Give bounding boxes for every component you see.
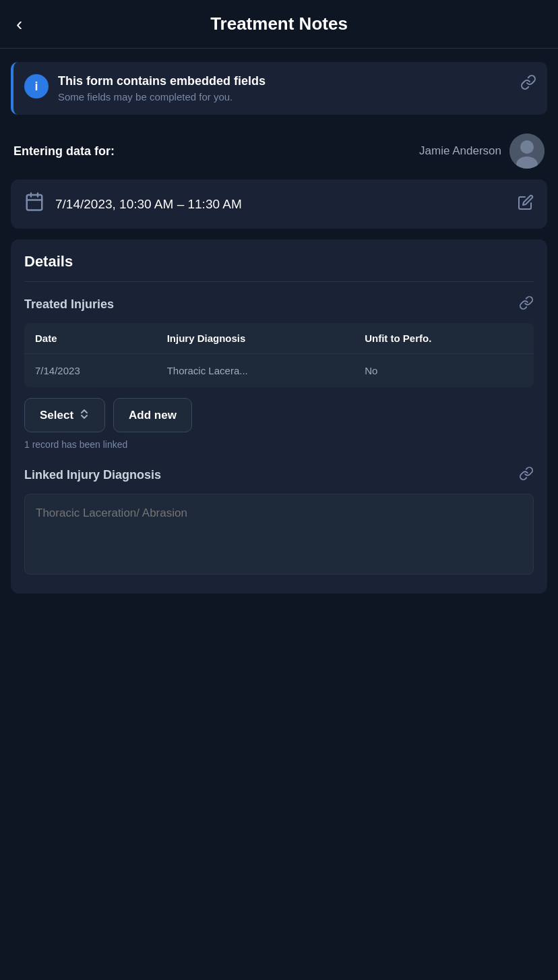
row-diagnosis: Thoracic Lacera... — [167, 365, 365, 376]
svg-point-1 — [520, 140, 534, 154]
banner-subtitle: Some fields may be completed for you. — [58, 91, 511, 103]
avatar — [509, 134, 545, 169]
back-button[interactable]: ‹ — [16, 13, 22, 35]
treated-injuries-header: Treated Injuries — [24, 295, 534, 314]
details-card: Details Treated Injuries Date Injury Dia… — [11, 239, 547, 594]
datetime-value: 7/14/2023, 10:30 AM – 11:30 AM — [55, 197, 242, 212]
add-new-label: Add new — [129, 409, 177, 422]
treated-injuries-link-icon[interactable] — [519, 295, 534, 314]
user-name: Jamie Anderson — [419, 144, 501, 158]
user-info: Jamie Anderson — [419, 134, 545, 169]
linked-injury-link-icon[interactable] — [519, 466, 534, 484]
table-header-row: Date Injury Diagnosis Unfit to Perfo. — [24, 323, 534, 354]
banner-text-content: This form contains embedded fields Some … — [58, 74, 511, 103]
injuries-table: Date Injury Diagnosis Unfit to Perfo. 7/… — [24, 323, 534, 387]
banner-title: This form contains embedded fields — [58, 74, 511, 88]
section-divider — [24, 281, 534, 282]
col-unfit: Unfit to Perfo. — [365, 333, 523, 344]
add-new-button[interactable]: Add new — [113, 398, 192, 432]
linked-injury-section: Linked Injury Diagnosis — [24, 466, 534, 577]
edit-datetime-icon[interactable] — [518, 194, 534, 214]
info-icon: i — [24, 74, 49, 98]
details-title: Details — [24, 253, 534, 270]
linked-injury-label: Linked Injury Diagnosis — [24, 468, 161, 482]
row-unfit: No — [365, 365, 523, 376]
page-header: ‹ Treatment Notes — [0, 0, 558, 49]
select-button-label: Select — [40, 409, 73, 422]
datetime-card: 7/14/2023, 10:30 AM – 11:30 AM — [11, 179, 547, 229]
record-linked-text: 1 record has been linked — [24, 439, 534, 450]
treated-injuries-label: Treated Injuries — [24, 297, 114, 312]
svg-rect-3 — [27, 195, 42, 210]
action-buttons: Select Add new — [24, 398, 534, 432]
table-row: 7/14/2023 Thoracic Lacera... No — [24, 354, 534, 387]
col-diagnosis: Injury Diagnosis — [167, 333, 365, 344]
chevrons-icon — [79, 408, 90, 422]
datetime-left: 7/14/2023, 10:30 AM – 11:30 AM — [24, 192, 242, 217]
linked-injury-textarea[interactable] — [24, 494, 534, 575]
col-date: Date — [35, 333, 167, 344]
page-title: Treatment Notes — [210, 13, 348, 34]
banner-link-icon[interactable] — [520, 74, 536, 94]
entering-data-label: Entering data for: — [13, 144, 115, 158]
linked-injury-header: Linked Injury Diagnosis — [24, 466, 534, 484]
calendar-icon — [24, 192, 44, 217]
row-date: 7/14/2023 — [35, 365, 167, 376]
embedded-fields-banner: i This form contains embedded fields Som… — [11, 62, 547, 115]
entering-data-row: Entering data for: Jamie Anderson — [0, 128, 558, 179]
select-button[interactable]: Select — [24, 398, 105, 432]
